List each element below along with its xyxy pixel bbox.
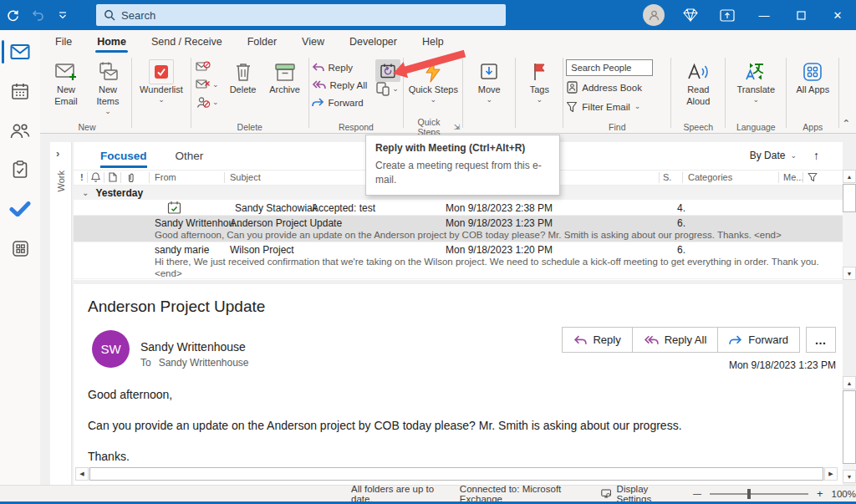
tab-focused[interactable]: Focused — [100, 150, 147, 162]
reply-all-action-button[interactable]: Reply All — [633, 327, 719, 353]
sender-avatar[interactable]: SW — [92, 330, 130, 368]
tab-developer[interactable]: Developer — [349, 36, 397, 48]
ribbon-group-tags: Tags ⌄ — [518, 55, 560, 133]
quick-steps-button[interactable]: Quick Steps ⌄ — [408, 57, 458, 104]
nav-todo-icon[interactable] — [0, 196, 40, 222]
nav-tasks-icon[interactable] — [0, 156, 40, 183]
chevron-down-icon: ⌄ — [212, 81, 219, 89]
move-button[interactable]: Move ⌄ — [468, 57, 510, 104]
scrollbar-thumb[interactable] — [843, 390, 856, 464]
new-items-button[interactable]: New Items ⌄ — [87, 57, 129, 115]
tab-file[interactable]: File — [55, 36, 72, 48]
scrollbar-thumb[interactable] — [843, 184, 856, 212]
filter-icon — [566, 101, 578, 113]
scroll-down-icon[interactable]: ▼ — [843, 267, 856, 280]
group-label-language: Language — [728, 120, 783, 133]
display-settings-button[interactable]: Display Settings — [601, 484, 673, 504]
sync-icon[interactable] — [0, 3, 25, 28]
dialog-launcher-icon[interactable]: ⇲ — [454, 123, 461, 131]
subject-column-header[interactable]: Subject — [230, 172, 261, 182]
email-row[interactable]: sandy marie Wilson Project Mon 9/18/2023… — [74, 242, 843, 279]
wunderlist-button[interactable]: Wunderlist ⌄ — [135, 57, 188, 104]
forward-action-button[interactable]: Forward — [718, 327, 800, 353]
filter-email-button[interactable]: Filter Email ⌄ — [566, 99, 653, 115]
reply-with-meeting-button[interactable] — [375, 59, 400, 82]
junk-button[interactable]: ⌄ — [196, 95, 219, 109]
minimize-button[interactable]: — — [746, 0, 782, 30]
scroll-up-icon[interactable]: ▲ — [843, 170, 856, 183]
translate-button[interactable]: Translate ⌄ — [730, 57, 782, 104]
reply-button[interactable]: Reply — [312, 60, 368, 74]
archive-button[interactable]: Archive — [264, 57, 306, 96]
collapse-ribbon-icon[interactable]: ⌃ — [842, 118, 856, 133]
message-list-scrollbar[interactable]: ▲ ▼ — [843, 170, 856, 280]
nav-mail-icon[interactable] — [0, 38, 40, 65]
more-actions-button[interactable]: … — [806, 327, 836, 353]
scrollbar-thumb[interactable] — [89, 467, 823, 481]
delete-button[interactable]: Delete — [222, 57, 264, 96]
tab-view[interactable]: View — [302, 36, 324, 48]
tab-home[interactable]: Home — [97, 36, 126, 48]
share-to-teams-button[interactable]: ⌄ — [375, 82, 400, 95]
attachment-column-icon[interactable] — [125, 172, 134, 183]
forward-button[interactable]: Forward — [312, 95, 368, 109]
zoom-slider-thumb[interactable] — [747, 489, 751, 499]
reply-action-button[interactable]: Reply — [562, 327, 632, 353]
reading-pane-horizontal-scrollbar[interactable]: ◀ ▶ — [75, 467, 838, 481]
search-people-input[interactable]: Search People — [566, 59, 653, 76]
from-column-header[interactable]: From — [155, 172, 176, 182]
folder-pane-label[interactable]: Work — [56, 171, 66, 191]
reply-all-button[interactable]: Reply All — [312, 78, 368, 92]
nav-more-apps-icon[interactable] — [0, 235, 40, 262]
scroll-left-icon[interactable]: ◀ — [75, 467, 89, 481]
tab-help[interactable]: Help — [422, 36, 444, 48]
scroll-up-icon[interactable]: ▲ — [843, 376, 856, 389]
scroll-down-icon[interactable]: ▼ — [843, 470, 856, 483]
tab-other[interactable]: Other — [176, 150, 204, 162]
reminder-column-icon[interactable] — [91, 172, 100, 182]
search-input[interactable]: Search — [96, 4, 506, 26]
size-column-header[interactable]: S. — [663, 172, 671, 182]
clean-up-button[interactable]: ⌄ — [196, 78, 219, 91]
recipient-name[interactable]: Sandy Writtenhouse — [159, 357, 249, 369]
close-button[interactable]: ✕ — [819, 0, 856, 30]
zoom-out-button[interactable]: — — [693, 489, 701, 498]
undo-icon[interactable] — [25, 3, 50, 28]
maximize-button[interactable] — [782, 0, 819, 30]
importance-column-icon[interactable]: ! — [80, 172, 84, 182]
sort-ascending-icon[interactable]: ↑ — [813, 149, 819, 162]
scroll-right-icon[interactable]: ▶ — [824, 467, 838, 481]
connection-status: Connected to: Microsoft Exchange — [460, 484, 582, 504]
tab-send-receive[interactable]: Send / Receive — [151, 36, 222, 48]
chevron-down-icon: ⌄ — [104, 108, 111, 115]
account-avatar[interactable] — [635, 0, 672, 30]
ignore-button[interactable] — [196, 60, 219, 74]
titlebar: Search — ✕ — [0, 0, 856, 30]
quick-access-chevron-icon[interactable] — [50, 3, 75, 28]
premium-diamond-icon[interactable] — [672, 0, 709, 30]
address-book-button[interactable]: Address Book — [566, 79, 653, 95]
zoom-level[interactable]: 100% — [832, 489, 856, 499]
zoom-in-button[interactable]: + — [817, 487, 823, 500]
all-apps-button[interactable]: All Apps — [792, 57, 833, 96]
new-email-button[interactable]: New Email — [45, 57, 87, 108]
sort-by-date[interactable]: By Date — [750, 150, 786, 161]
body-paragraph: Good afternoon, — [88, 388, 682, 401]
flag-filter-column-icon[interactable] — [808, 172, 818, 182]
tags-button[interactable]: Tags ⌄ — [518, 57, 560, 104]
sender-name[interactable]: Sandy Writtenhouse — [140, 340, 246, 354]
categories-column-header[interactable]: Categories — [688, 172, 732, 182]
zoom-slider[interactable] — [710, 493, 808, 495]
mention-column-header[interactable]: Me... — [783, 172, 803, 182]
tab-folder[interactable]: Folder — [247, 36, 277, 48]
reading-pane-scrollbar[interactable]: ▲ ▼ — [843, 376, 856, 483]
email-row-selected[interactable]: Sandy Writtenhou... Anderson Project Upd… — [74, 216, 843, 242]
email-row[interactable]: Sandy Stachowiak Accepted: test Mon 9/18… — [74, 200, 843, 216]
expand-folder-pane-icon[interactable]: › — [56, 147, 59, 160]
group-label-find: Find — [566, 120, 668, 133]
read-aloud-button[interactable]: Read Aloud — [677, 57, 719, 108]
coming-soon-toggle-icon[interactable] — [709, 0, 746, 30]
nav-calendar-icon[interactable] — [0, 78, 40, 104]
item-type-column-icon[interactable] — [109, 172, 117, 182]
nav-people-icon[interactable] — [0, 117, 40, 144]
